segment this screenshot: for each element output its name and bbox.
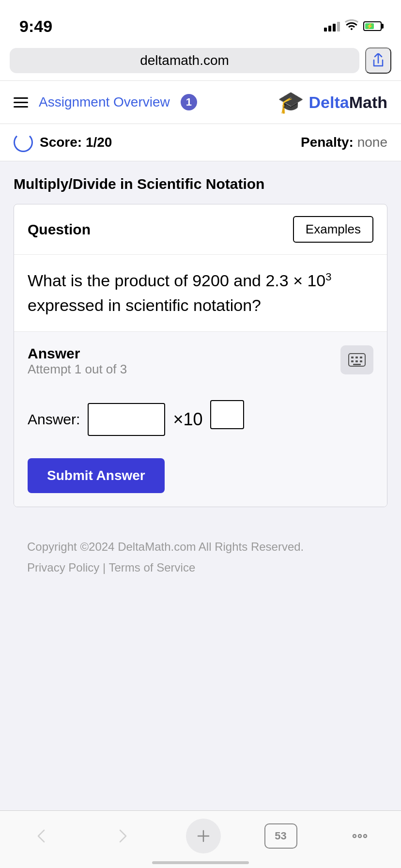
home-indicator: [152, 861, 249, 864]
status-icons: ⚡: [324, 19, 382, 33]
question-label: Question: [28, 221, 91, 238]
logo-cap-icon: 🎓: [278, 90, 304, 115]
svg-rect-6: [360, 360, 362, 362]
copyright-text: Copyright ©2024 DeltaMath.com All Rights…: [27, 536, 374, 557]
svg-rect-3: [360, 356, 362, 358]
submit-answer-button[interactable]: Submit Answer: [28, 458, 165, 493]
nav-badge: 1: [181, 94, 197, 110]
new-tab-button[interactable]: [186, 819, 221, 853]
svg-point-10: [353, 835, 356, 837]
keyboard-button[interactable]: [340, 345, 373, 374]
forward-button[interactable]: [104, 822, 142, 851]
examples-button[interactable]: Examples: [293, 216, 373, 243]
nav-left: Assignment Overview 1: [14, 94, 197, 110]
answer-prefix: Answer:: [28, 411, 80, 428]
penalty-value: Penalty: none: [301, 135, 387, 150]
assignment-overview-link[interactable]: Assignment Overview: [39, 94, 170, 110]
footer: Copyright ©2024 DeltaMath.com All Rights…: [14, 507, 387, 592]
question-header: Question Examples: [14, 204, 387, 255]
answer-section: Answer Attempt 1 out of 3: [14, 332, 387, 507]
url-text: deltamath.com: [140, 53, 229, 68]
main-content: Multiply/Divide in Scientific Notation Q…: [0, 161, 401, 607]
svg-rect-4: [351, 360, 354, 362]
privacy-policy-link[interactable]: Privacy Policy: [27, 561, 99, 574]
status-bar: 9:49 ⚡: [0, 0, 401, 43]
exponent-input[interactable]: [210, 400, 244, 429]
url-bar[interactable]: deltamath.com: [10, 48, 359, 73]
times-10-label: ×10: [173, 409, 202, 430]
score-left: Score: 1/20: [14, 133, 112, 152]
battery-icon: ⚡: [363, 21, 382, 31]
score-bar: Score: 1/20 Penalty: none: [0, 124, 401, 161]
nav-bar: Assignment Overview 1 🎓 DeltaMath: [0, 81, 401, 124]
wifi-icon: [345, 19, 358, 33]
logo: 🎓 DeltaMath: [278, 90, 387, 115]
score-value: Score: 1/20: [40, 135, 112, 150]
question-body: What is the product of 9200 and 2.3 × 10…: [14, 255, 387, 332]
answer-input-row: Answer: ×10: [28, 400, 373, 439]
svg-rect-1: [351, 356, 354, 358]
hamburger-menu[interactable]: [14, 97, 28, 108]
answer-label: Answer: [28, 345, 127, 362]
back-button[interactable]: [22, 822, 61, 851]
answer-header: Answer Attempt 1 out of 3: [28, 345, 373, 396]
section-title: Multiply/Divide in Scientific Notation: [14, 176, 387, 192]
coefficient-input[interactable]: [88, 403, 165, 436]
tabs-button[interactable]: 53: [264, 823, 297, 849]
svg-rect-2: [355, 356, 358, 358]
svg-rect-7: [353, 364, 361, 365]
question-card: Question Examples What is the product of…: [14, 204, 387, 507]
footer-links: Privacy Policy | Terms of Service: [27, 557, 374, 578]
signal-icon: [324, 21, 340, 31]
attempt-text: Attempt 1 out of 3: [28, 362, 127, 377]
status-time: 9:49: [19, 17, 52, 36]
footer-separator: |: [103, 561, 108, 574]
share-button[interactable]: [365, 47, 391, 74]
browser-bar: deltamath.com: [0, 43, 401, 81]
svg-point-11: [358, 835, 361, 837]
svg-rect-5: [355, 360, 358, 362]
bottom-nav: 53: [0, 810, 401, 868]
score-progress-circle: [14, 133, 33, 152]
terms-of-service-link[interactable]: Terms of Service: [109, 561, 196, 574]
svg-point-12: [364, 835, 367, 837]
logo-text: DeltaMath: [309, 93, 387, 112]
more-options-button[interactable]: [340, 822, 379, 851]
